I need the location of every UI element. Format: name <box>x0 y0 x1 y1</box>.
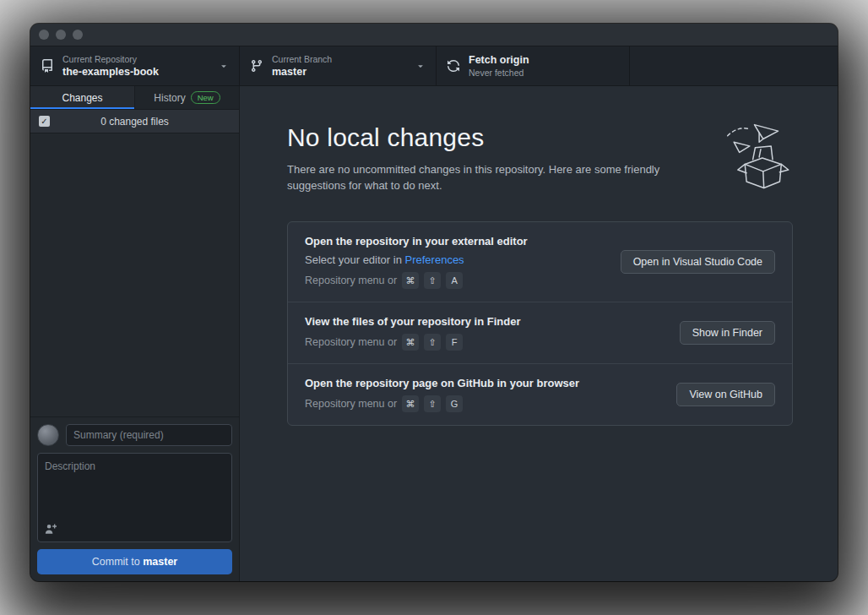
shortcut-text: Repository menu or <box>305 336 397 348</box>
repository-selector[interactable]: Current Repository the-examples-book <box>30 46 240 85</box>
titlebar[interactable] <box>30 24 838 46</box>
commit-summary-input[interactable] <box>66 424 232 446</box>
shortcut-hint: Repository menu or ⌘ ⇧ F <box>305 334 520 351</box>
shortcut-text: Repository menu or <box>305 398 397 410</box>
toolbar: Current Repository the-examples-book Cur… <box>30 46 838 86</box>
cmd-key-icon: ⌘ <box>402 272 419 289</box>
suggestion-text: Open the repository in your external edi… <box>305 235 528 289</box>
commit-description-input[interactable] <box>37 453 232 542</box>
suggestion-subtitle: Select your editor in Preferences <box>305 253 528 266</box>
fetch-origin-status: Never fetched <box>469 68 529 78</box>
suggestion-title: View the files of your repository in Fin… <box>305 315 520 328</box>
person-plus-icon <box>44 523 57 536</box>
select-all-checkbox[interactable] <box>39 116 50 127</box>
shortcut-hint: Repository menu or ⌘ ⇧ G <box>305 395 579 412</box>
repository-selector-label: Current Repository <box>62 54 159 64</box>
commit-button[interactable]: Commit to master <box>37 549 232 574</box>
commit-button-prefix: Commit to <box>92 556 143 568</box>
branch-selector-label: Current Branch <box>272 54 332 64</box>
add-coauthor-button[interactable] <box>44 523 57 536</box>
tab-history-label: History <box>154 92 185 104</box>
commit-button-branch: master <box>143 556 177 568</box>
git-branch-icon <box>250 59 263 73</box>
commit-box: Commit to master <box>30 416 239 581</box>
suggestion-row-editor: Open the repository in your external edi… <box>288 222 792 302</box>
fetch-origin-label: Fetch origin <box>469 54 529 66</box>
open-in-editor-button[interactable]: Open in Visual Studio Code <box>621 250 775 274</box>
sidebar: Changes History New 0 changed files <box>30 86 240 581</box>
letter-key: F <box>446 334 463 351</box>
sync-icon <box>447 59 460 73</box>
changed-files-header: 0 changed files <box>30 110 239 133</box>
branch-selector[interactable]: Current Branch master <box>240 46 437 85</box>
branch-name: master <box>272 66 332 78</box>
tab-history[interactable]: History New <box>134 86 239 109</box>
view-on-github-button[interactable]: View on GitHub <box>676 383 775 406</box>
chevron-down-icon <box>415 61 426 71</box>
zoom-button[interactable] <box>73 30 83 40</box>
new-badge: New <box>191 91 220 104</box>
changes-list <box>30 133 239 416</box>
toolbar-spacer <box>630 46 838 85</box>
shift-key-icon: ⇧ <box>424 395 441 412</box>
shift-key-icon: ⇧ <box>424 272 441 289</box>
cmd-key-icon: ⌘ <box>402 334 419 351</box>
letter-key: A <box>446 272 463 289</box>
shortcut-text: Repository menu or <box>305 275 397 286</box>
suggestion-subtitle-text: Select your editor in <box>305 253 405 266</box>
user-avatar <box>37 424 59 446</box>
tab-changes-label: Changes <box>62 92 102 104</box>
suggestion-row-finder: View the files of your repository in Fin… <box>288 302 792 363</box>
changed-files-count: 0 changed files <box>30 116 239 128</box>
suggestion-text: Open the repository page on GitHub in yo… <box>305 377 579 412</box>
fetch-origin-button[interactable]: Fetch origin Never fetched <box>437 46 630 85</box>
app-window: Current Repository the-examples-book Cur… <box>30 24 838 581</box>
suggestion-title: Open the repository page on GitHub in yo… <box>305 377 579 389</box>
commit-summary-row <box>37 424 232 446</box>
empty-state-illustration <box>703 120 793 194</box>
sidebar-tabs: Changes History New <box>30 86 239 110</box>
minimize-button[interactable] <box>56 30 66 40</box>
shift-key-icon: ⇧ <box>424 334 441 351</box>
commit-description-wrap <box>37 453 232 542</box>
suggestion-text: View the files of your repository in Fin… <box>305 315 520 351</box>
suggestions-panel: Open the repository in your external edi… <box>287 221 793 426</box>
window-content: Changes History New 0 changed files <box>30 86 838 581</box>
suggestion-row-github: Open the repository page on GitHub in yo… <box>288 363 792 425</box>
preferences-link[interactable]: Preferences <box>405 253 464 266</box>
suggestion-title: Open the repository in your external edi… <box>305 235 528 248</box>
letter-key: G <box>446 395 463 412</box>
cmd-key-icon: ⌘ <box>402 395 419 412</box>
shortcut-hint: Repository menu or ⌘ ⇧ A <box>305 272 528 289</box>
chevron-down-icon <box>219 61 229 71</box>
page-subtitle: There are no uncommitted changes in this… <box>287 162 686 194</box>
tab-changes[interactable]: Changes <box>30 86 134 109</box>
show-in-finder-button[interactable]: Show in Finder <box>680 321 775 345</box>
page-title: No local changes <box>287 123 686 152</box>
main-content: No local changes There are no uncommitte… <box>240 86 838 581</box>
repo-icon <box>41 59 54 73</box>
repository-name: the-examples-book <box>62 66 159 78</box>
hero-text: No local changes There are no uncommitte… <box>287 123 686 194</box>
close-button[interactable] <box>39 30 49 40</box>
empty-state-hero: No local changes There are no uncommitte… <box>287 123 793 194</box>
